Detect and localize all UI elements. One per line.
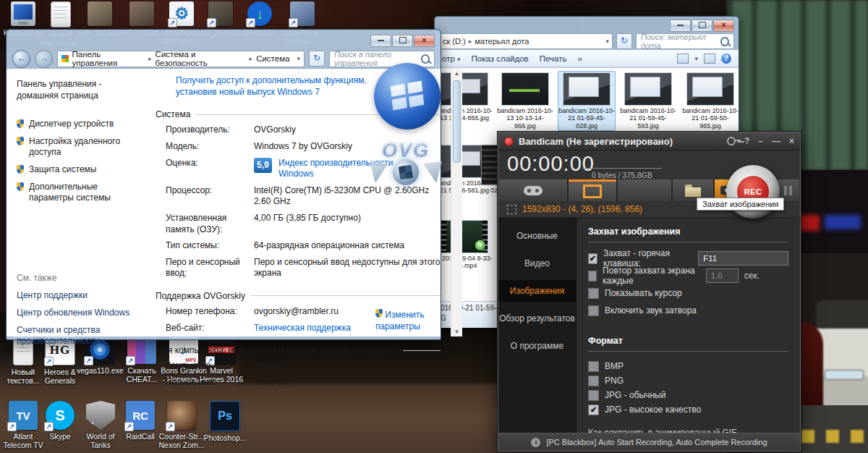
link-support-center[interactable]: Центр поддержки — [17, 290, 138, 301]
repeat-interval-input[interactable]: 1.0 — [706, 268, 739, 283]
statusbar-text: [PC Blackbox] Auto Start Recording, Auto… — [546, 438, 767, 446]
desktop-icon-skype[interactable]: S ↗ Skype — [37, 401, 83, 441]
rectangle-icon — [583, 185, 602, 198]
close-button[interactable]: × — [789, 136, 794, 146]
show-cursor-checkbox[interactable] — [588, 288, 599, 299]
model-label: Модель: — [166, 141, 254, 153]
format-jpg-hq-label: JPG - высокое качество — [605, 405, 701, 415]
chevron-down-icon[interactable]: ▾ — [694, 55, 698, 62]
sidebar-item-system-protection[interactable]: Защита системы — [17, 164, 138, 175]
file-item[interactable]: bandicam 2016-10-21 01-59-50-965.jpg — [682, 71, 739, 131]
minimize-button[interactable] — [370, 35, 391, 47]
zombie-icon: ↗ — [167, 401, 196, 430]
scroll-down-icon[interactable]: ▼ — [451, 329, 462, 335]
maximize-button[interactable] — [392, 35, 413, 47]
format-png-checkbox[interactable] — [588, 376, 599, 386]
register-key-icon[interactable] — [727, 137, 736, 145]
slideshow-button[interactable]: Показ слайдов — [472, 54, 529, 63]
compact-mode-button[interactable]: — — [772, 136, 780, 146]
link-performance-tools[interactable]: Счетчики и средства производительности — [17, 325, 138, 347]
video-thumbnail[interactable] — [481, 145, 498, 185]
preview-pane-icon[interactable] — [704, 54, 715, 64]
system-properties-window: × ← → Панель управления ▸ Система и безо… — [6, 29, 441, 340]
more-commands[interactable]: » — [577, 54, 582, 63]
scrollbar-thumb[interactable] — [453, 80, 461, 163]
view-menu[interactable]: отр ▾ — [442, 54, 461, 63]
game-mode-button[interactable] — [499, 179, 567, 201]
shortcut-arrow-icon: ↗ — [124, 422, 134, 431]
sidebar-item-remote-access[interactable]: Настройка удаленного доступа — [17, 136, 138, 158]
sidebar-home-link[interactable]: Панель управления - домашняя страница — [17, 79, 138, 101]
repeat-checkbox[interactable] — [588, 271, 597, 281]
forward-button[interactable]: → — [35, 50, 53, 68]
hotkey-input[interactable]: F11 — [698, 251, 788, 266]
folder-icon — [685, 187, 701, 197]
address-bar: ← → Панель управления ▸ Система и безопа… — [7, 49, 441, 68]
file-name: bandicam 2016-10-21 01-59-45-028.jpg — [558, 107, 615, 130]
photo-icon — [88, 1, 112, 26]
format-bmp-checkbox[interactable] — [588, 361, 599, 372]
maximize-button[interactable] — [692, 20, 712, 32]
refresh-button[interactable]: ↻ — [616, 33, 632, 49]
hotkey-checkbox[interactable]: ✔ — [588, 253, 597, 264]
shortcut-arrow-icon: ↗ — [85, 422, 94, 431]
crumb-security[interactable]: Система и безопасность — [156, 50, 246, 67]
back-button[interactable]: ← — [12, 50, 30, 68]
folder-crumb[interactable]: матерьял дота — [475, 37, 529, 46]
chevron-down-icon[interactable]: ▾ — [297, 55, 300, 62]
views-icon[interactable] — [677, 54, 689, 64]
breadcrumb[interactable]: ск (D:) ▸ матерьял дота ▾ — [439, 33, 613, 49]
minimize-button[interactable] — [670, 20, 691, 32]
tab-video[interactable]: Видео — [498, 253, 576, 274]
pause-icon — [784, 186, 787, 195]
crumb-system[interactable]: Система — [256, 54, 289, 63]
search-input[interactable]: Поиск: матерьял дота — [636, 33, 734, 49]
crumb-control-panel[interactable]: Панель управления — [72, 50, 145, 67]
format-jpg-hq-checkbox[interactable]: ✔ — [588, 405, 599, 415]
format-jpg-checkbox[interactable] — [588, 390, 599, 401]
manufacturer-label: Производитель: — [166, 124, 254, 136]
close-button[interactable]: × — [414, 35, 435, 47]
gamepad-icon — [524, 186, 542, 195]
tank-shield-icon: ↗ — [86, 401, 115, 430]
desktop-icon-counter-strike[interactable]: ↗ Counter-Str... Nexon Zom... — [158, 401, 205, 450]
scroll-up-icon[interactable]: ▲ — [451, 70, 462, 77]
tab-general[interactable]: Основные — [498, 225, 576, 247]
breadcrumb[interactable]: Панель управления ▸ Система и безопаснос… — [57, 51, 305, 67]
device-mode-button[interactable] — [618, 179, 671, 201]
help-icon[interactable]: ? — [744, 136, 749, 146]
close-button[interactable]: × — [713, 20, 734, 32]
uac-shield-icon — [375, 309, 383, 318]
link-windows-update[interactable]: Центр обновления Windows — [17, 308, 138, 318]
drive-crumb[interactable]: ск (D:) — [443, 37, 466, 46]
image-thumbnail — [624, 72, 672, 106]
cpu-label: Процессор: — [166, 185, 254, 208]
shortcut-arrow-icon: ↗ — [166, 422, 175, 431]
shield-icon — [17, 137, 24, 145]
screen-area-mode-button[interactable] — [569, 179, 616, 201]
file-item-selected[interactable]: bandicam 2016-10-21 01-59-45-028.jpg — [558, 71, 616, 131]
scrollbar[interactable]: ▲ ▼ — [451, 69, 462, 336]
tab-about[interactable]: О программе — [498, 335, 576, 357]
chevron-down-icon[interactable]: ▾ — [605, 38, 609, 45]
shutter-sound-checkbox[interactable] — [588, 305, 599, 316]
help-icon[interactable]: ? — [721, 54, 731, 64]
file-item[interactable]: bandicam 2016-10-13 10-13-14-866.jpg — [497, 71, 553, 131]
computer-value: Тёма-ПК — [254, 360, 441, 372]
change-settings-link[interactable]: Изменить параметры — [375, 309, 438, 332]
file-item[interactable]: bandicam 2016-10-21 01-59-45-593.jpg — [620, 71, 676, 131]
refresh-button[interactable]: ↻ — [309, 51, 325, 67]
upgrade-link[interactable]: Получить доступ к дополнительным функция… — [176, 75, 387, 98]
sidebar-item-device-manager[interactable]: Диспетчер устройств — [17, 119, 138, 130]
print-button[interactable]: Печать — [540, 54, 567, 63]
breadcrumb-separator-icon: ▸ — [250, 55, 253, 62]
desktop-icon-raidcall[interactable]: RC ↗ RaidCall — [117, 401, 163, 441]
minimize-button[interactable]: – — [758, 136, 763, 146]
sidebar-item-advanced-settings[interactable]: Дополнительные параметры системы — [17, 182, 138, 203]
computer-label: Компьютер: — [166, 360, 254, 372]
tab-images[interactable]: Изображения — [498, 280, 576, 302]
bandicam-window: Bandicam (Не зарегистрировано) ? – — × 0… — [498, 132, 801, 452]
desktop-icon-photoshop[interactable]: Ps Photoshop... — [202, 401, 248, 442]
format-header: Формат — [588, 336, 788, 346]
tab-results[interactable]: Обзор результатов — [498, 308, 576, 329]
